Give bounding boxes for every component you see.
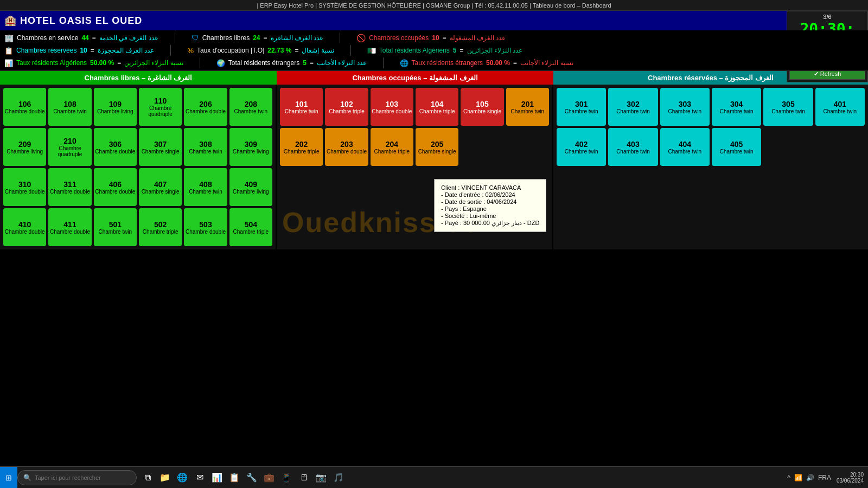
room-number: 205 <box>431 140 443 149</box>
room-number: 210 <box>63 137 76 145</box>
room-card-104[interactable]: 104Chambre triple <box>416 88 458 126</box>
room-type: Chambre twin <box>565 108 598 114</box>
language-icon: FRA <box>817 473 832 483</box>
room-number: 101 <box>295 100 308 108</box>
search-input[interactable] <box>35 474 131 481</box>
app-icon-5[interactable]: 📱 <box>279 470 294 485</box>
room-type: Chambre twin <box>668 108 701 114</box>
app-icon-8[interactable]: 🎵 <box>331 470 346 485</box>
app-icon-1[interactable]: 📊 <box>209 470 225 485</box>
room-card-203[interactable]: 203Chambre double <box>325 128 368 166</box>
room-card-209[interactable]: 209Chambre living <box>3 128 46 166</box>
room-type: Chambre triple <box>329 108 365 114</box>
room-card-304[interactable]: 304Chambre twin <box>712 88 761 126</box>
room-card-504[interactable]: 504Chambre triple <box>229 208 272 246</box>
app-icon-3[interactable]: 🔧 <box>244 470 259 485</box>
stat-chambres-reservees: 📋 Chambres réservées 10 = عدد الغرف المح… <box>4 46 154 56</box>
explorer-icon[interactable]: 📁 <box>157 470 173 485</box>
start-button[interactable]: ⊞ <box>0 467 17 488</box>
taskview-icon[interactable]: ⧉ <box>140 470 155 485</box>
room-card-204[interactable]: 204Chambre triple <box>371 128 413 166</box>
room-card-301[interactable]: 301Chambre twin <box>557 88 606 126</box>
room-card-411[interactable]: 411Chambre double <box>48 208 91 246</box>
room-type: Chambre twin <box>565 149 598 155</box>
room-number: 303 <box>679 100 691 108</box>
room-card-106[interactable]: 106Chambre double <box>3 88 46 126</box>
room-number: 311 <box>63 180 76 189</box>
app-icon-7[interactable]: 📷 <box>314 470 329 485</box>
room-card-402[interactable]: 402Chambre twin <box>557 128 606 166</box>
app-icon-6[interactable]: 🖥 <box>296 470 311 485</box>
room-card-101[interactable]: 101Chambre twin <box>280 88 323 126</box>
room-type: Chambre double <box>186 108 226 114</box>
room-number: 306 <box>109 140 122 149</box>
room-card-205[interactable]: 205Chambre single <box>416 128 458 166</box>
room-card-405[interactable]: 405Chambre twin <box>712 128 761 166</box>
room-card-109[interactable]: 109Chambre living <box>94 88 137 126</box>
room-type: Chambre double <box>5 229 45 235</box>
room-number: 502 <box>154 220 167 229</box>
room-type: Chambre living <box>97 108 133 114</box>
room-card-307[interactable]: 307Chambre single <box>139 128 182 166</box>
grid-libres: 106Chambre double108Chambre twin109Chamb… <box>0 85 276 249</box>
room-number: 203 <box>340 140 353 149</box>
room-card-302[interactable]: 302Chambre twin <box>608 88 658 126</box>
room-card-404[interactable]: 404Chambre twin <box>660 128 710 166</box>
room-card-305[interactable]: 305Chambre twin <box>763 88 813 126</box>
room-number: 301 <box>575 100 588 108</box>
room-card-503[interactable]: 503Chambre double <box>184 208 227 246</box>
room-card-406[interactable]: 406Chambre double <box>94 168 137 206</box>
room-type: Chambre double <box>95 149 135 155</box>
room-card-410[interactable]: 410Chambre double <box>3 208 46 246</box>
room-card-108[interactable]: 108Chambre twin <box>48 88 91 126</box>
taskbar-clock: 20:30 03/06/2024 <box>837 472 864 484</box>
room-number: 310 <box>18 180 31 189</box>
column-libres: 106Chambre double108Chambre twin109Chamb… <box>0 85 277 249</box>
room-number: 406 <box>109 180 122 189</box>
search-bar[interactable]: 🔍 <box>17 470 137 485</box>
room-card-303[interactable]: 303Chambre twin <box>660 88 710 126</box>
room-card-103[interactable]: 103Chambre double <box>371 88 413 126</box>
room-type: Chambre twin <box>189 189 222 195</box>
room-card-501[interactable]: 501Chambre twin <box>94 208 137 246</box>
room-card-202[interactable]: 202Chambre triple <box>280 128 323 166</box>
room-number: 403 <box>627 140 639 149</box>
room-card-403[interactable]: 403Chambre twin <box>608 128 658 166</box>
room-number: 106 <box>18 100 31 108</box>
room-card-308[interactable]: 308Chambre twin <box>184 128 227 166</box>
room-type: Chambre twin <box>720 149 754 155</box>
room-card-102[interactable]: 102Chambre triple <box>325 88 368 126</box>
room-card-105[interactable]: 105Chambre single <box>461 88 503 126</box>
room-card-210[interactable]: 210Chambre quadruple <box>48 128 91 166</box>
grid-occupees: 101Chambre twin102Chambre triple103Chamb… <box>277 85 552 169</box>
room-number: 409 <box>245 180 257 189</box>
clock-page: 3/6 <box>789 14 865 20</box>
room-card-311[interactable]: 311Chambre double <box>48 168 91 206</box>
room-card-309[interactable]: 309Chambre living <box>229 128 272 166</box>
room-number: 411 <box>63 220 76 229</box>
room-card-310[interactable]: 310Chambre double <box>3 168 46 206</box>
room-number: 407 <box>154 180 167 189</box>
room-card-206[interactable]: 206Chambre double <box>184 88 227 126</box>
room-card-502[interactable]: 502Chambre triple <box>139 208 182 246</box>
room-card-409[interactable]: 409Chambre living <box>229 168 272 206</box>
search-icon: 🔍 <box>23 474 31 481</box>
taskbar: ⊞ 🔍 ⧉ 📁 🌐 ✉ 📊 📋 🔧 💼 📱 🖥 📷 🎵 ^ 📶 🔊 FRA 20… <box>0 466 868 488</box>
room-card-208[interactable]: 208Chambre twin <box>229 88 272 126</box>
app-icon-2[interactable]: 📋 <box>227 470 242 485</box>
room-type: Chambre double <box>50 189 90 195</box>
room-number: 307 <box>154 140 167 149</box>
title-text: | ERP Easy Hotel Pro | SYSTÈME DE GESTIO… <box>257 2 611 9</box>
room-number: 206 <box>199 100 212 108</box>
room-card-407[interactable]: 407Chambre single <box>139 168 182 206</box>
app-icon-4[interactable]: 💼 <box>261 470 277 485</box>
room-card-110[interactable]: 110Chambre quadruple <box>139 88 182 126</box>
room-card-401[interactable]: 401Chambre twin <box>815 88 865 126</box>
browser-icon[interactable]: 🌐 <box>175 470 190 485</box>
room-card-408[interactable]: 408Chambre twin <box>184 168 227 206</box>
stat-chambres-libres: 🛡 Chambres libres 24 = عدد الغرف الشاغرة <box>192 33 323 43</box>
room-card-201[interactable]: 201Chambre twin <box>506 88 549 126</box>
room-type: Chambre double <box>5 189 45 195</box>
room-card-306[interactable]: 306Chambre double <box>94 128 137 166</box>
mail-icon[interactable]: ✉ <box>192 470 207 485</box>
